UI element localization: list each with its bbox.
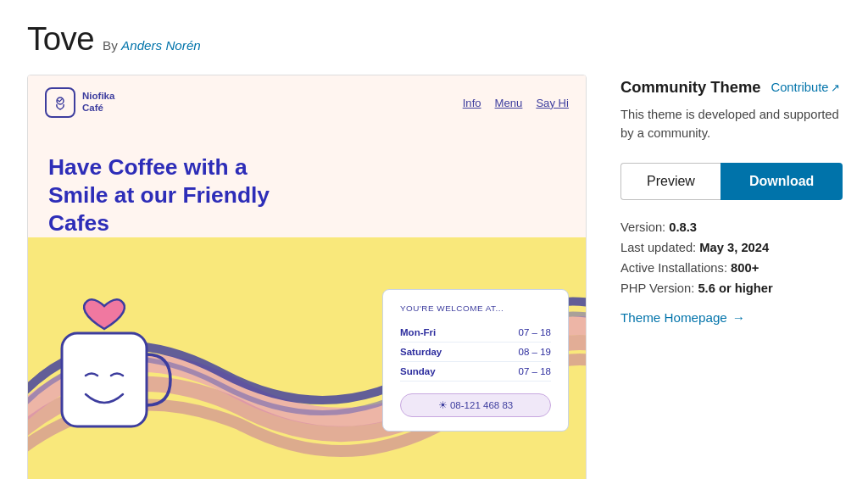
preview-hero: Have Coffee with a Smile at our Friendly…	[28, 130, 586, 237]
by-author: By Anders Norén	[103, 38, 201, 53]
hours-sunday: 07 – 18	[519, 366, 551, 376]
preview-nav-links: Info Menu Say Hi	[463, 97, 569, 109]
author-link[interactable]: Anders Norén	[121, 38, 201, 53]
theme-info-panel: Community Theme Contribute This theme is…	[620, 75, 843, 325]
preview-inner: NiofikaCafé Info Menu Say Hi Have Coffee…	[28, 75, 586, 479]
info-card-title: YOU'RE WELCOME AT...	[400, 304, 551, 313]
updated-value: May 3, 2024	[699, 241, 769, 254]
info-card: YOU'RE WELCOME AT... Mon-Fri 07 – 18 Sat…	[382, 289, 569, 432]
installs-label: Active Installations:	[620, 261, 727, 275]
installs-value: 800+	[731, 261, 759, 275]
preview-illustration: YOU'RE WELCOME AT... Mon-Fri 07 – 18 Sat…	[28, 237, 586, 479]
hours-monFri: 07 – 18	[519, 327, 551, 337]
by-label: By	[103, 38, 118, 53]
hero-heading: Have Coffee with a Smile at our Friendly…	[48, 153, 303, 237]
nav-info: Info	[463, 97, 481, 109]
preview-nav: NiofikaCafé Info Menu Say Hi	[28, 75, 586, 130]
mug-container	[36, 274, 189, 447]
mug-svg	[36, 274, 172, 443]
day-monFri: Mon-Fri	[400, 327, 436, 337]
preview-button[interactable]: Preview	[620, 163, 721, 200]
php-value: 5.6 or higher	[698, 281, 772, 295]
action-buttons: Preview Download	[620, 163, 843, 200]
svg-rect-1	[62, 333, 147, 426]
info-row-monFri: Mon-Fri 07 – 18	[400, 323, 551, 343]
contribute-link[interactable]: Contribute	[771, 81, 841, 94]
page-header: Tove By Anders Norén	[27, 20, 841, 58]
installs-row: Active Installations: 800+	[620, 261, 843, 275]
logo-text: NiofikaCafé	[82, 91, 114, 114]
version-label: Version:	[620, 220, 665, 234]
php-label: PHP Version:	[620, 281, 694, 295]
day-sunday: Sunday	[400, 366, 436, 376]
theme-homepage-link[interactable]: Theme Homepage	[620, 310, 843, 325]
version-row: Version: 0.8.3	[620, 220, 843, 234]
nav-say-hi: Say Hi	[536, 97, 569, 109]
hours-saturday: 08 – 19	[519, 347, 551, 357]
download-button[interactable]: Download	[721, 163, 843, 200]
updated-label: Last updated:	[620, 241, 696, 254]
meta-info: Version: 0.8.3 Last updated: May 3, 2024…	[620, 220, 843, 295]
community-description: This theme is developed and supported by…	[620, 105, 843, 142]
nav-menu: Menu	[495, 97, 523, 109]
php-row: PHP Version: 5.6 or higher	[620, 281, 843, 295]
theme-title: Tove	[27, 20, 94, 58]
version-value: 0.8.3	[669, 220, 697, 234]
logo-icon	[45, 87, 75, 118]
day-saturday: Saturday	[400, 347, 442, 357]
updated-row: Last updated: May 3, 2024	[620, 241, 843, 254]
theme-preview: NiofikaCafé Info Menu Say Hi Have Coffee…	[27, 75, 587, 479]
preview-logo: NiofikaCafé	[45, 87, 114, 118]
info-card-phone: ☀ 08-121 468 83	[400, 393, 551, 417]
info-row-sunday: Sunday 07 – 18	[400, 362, 551, 382]
community-header: Community Theme Contribute	[620, 78, 843, 97]
info-row-saturday: Saturday 08 – 19	[400, 343, 551, 362]
community-title: Community Theme	[620, 78, 761, 97]
main-content: NiofikaCafé Info Menu Say Hi Have Coffee…	[27, 75, 841, 479]
